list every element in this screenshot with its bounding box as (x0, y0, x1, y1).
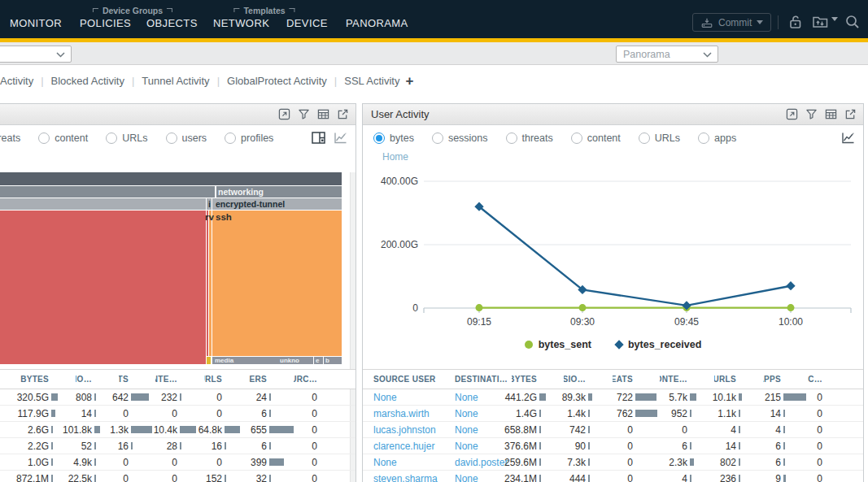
table-cell: None (363, 392, 455, 403)
radio-icon[interactable] (506, 132, 517, 144)
treemap-band-networking[interactable] (0, 186, 342, 198)
add-tab-button[interactable]: + (405, 76, 413, 87)
cell-link[interactable]: None (455, 424, 478, 436)
cell-value: 742 (569, 424, 586, 436)
export-widget-icon[interactable] (844, 108, 857, 120)
treemap-band-top[interactable] (0, 172, 342, 185)
tab-ssl-activity[interactable]: SSL Activity (344, 75, 399, 87)
filter-content[interactable]: content (571, 132, 621, 144)
application-treemap[interactable]: networking i encrypted-tunnel rv ssh med… (0, 172, 342, 364)
cell-link[interactable]: clarence.hujer (373, 441, 434, 452)
column-header[interactable]: URLS (204, 375, 249, 384)
cell-bar (131, 393, 149, 401)
tab-activity[interactable]: Activity (0, 75, 33, 87)
cell-link[interactable]: lucas.johnston (373, 424, 436, 436)
config-audit-folder-icon[interactable] (812, 14, 831, 33)
column-header[interactable]: BYTES (0, 375, 76, 384)
nav-device[interactable]: DEVICE (286, 17, 328, 29)
table-cell: 16 (204, 441, 249, 452)
filter-profiles[interactable]: profiles (225, 132, 273, 144)
column-header[interactable]: CONTE… (155, 375, 204, 384)
search-icon[interactable] (844, 14, 861, 33)
popout-icon[interactable] (786, 108, 798, 120)
column-header[interactable]: URLS (714, 375, 763, 384)
commit-button[interactable]: Commit (692, 13, 771, 32)
filter-apps[interactable]: apps (698, 132, 736, 144)
cell-bar-zone (320, 426, 344, 433)
column-header[interactable]: DESTINATI… (455, 375, 512, 384)
cell-link[interactable]: None (455, 408, 478, 419)
cell-bar (690, 442, 691, 449)
folder-caret-icon[interactable] (831, 21, 838, 36)
widget-select[interactable] (0, 46, 72, 63)
filter-users[interactable]: users (166, 132, 207, 144)
column-header[interactable]: THREATS (613, 375, 660, 384)
column-header[interactable]: SESSIO… (76, 375, 119, 384)
popout-icon[interactable] (278, 108, 290, 120)
treemap-cell[interactable] (0, 198, 206, 210)
radio-icon[interactable] (432, 132, 443, 144)
filter-icon[interactable] (298, 108, 310, 120)
tab-tunnel-activity[interactable]: Tunnel Activity (142, 75, 209, 87)
filter-threats[interactable]: threats (0, 132, 20, 144)
column-header[interactable]: USERS (249, 375, 294, 384)
filter-bytes[interactable]: bytes (373, 132, 414, 144)
unlock-icon[interactable] (787, 14, 804, 33)
commit-icon (700, 17, 713, 28)
treemap-cell-yellow[interactable] (207, 357, 211, 364)
radio-icon[interactable] (106, 132, 117, 144)
cell-link[interactable]: None (455, 441, 478, 452)
radio-icon[interactable] (373, 132, 385, 144)
filter-urls[interactable]: URLs (639, 132, 680, 144)
radio-icon[interactable] (38, 132, 50, 144)
cell-link[interactable]: steven.sharma (373, 473, 438, 482)
column-header[interactable]: SOURC… (808, 375, 849, 384)
column-header[interactable]: APPS (763, 375, 808, 384)
treemap-cell-red[interactable] (0, 211, 206, 364)
column-header[interactable]: SOURC… (294, 375, 344, 384)
filter-icon[interactable] (805, 108, 818, 120)
radio-icon[interactable] (225, 132, 236, 144)
radio-icon[interactable] (698, 132, 709, 144)
filter-urls[interactable]: URLs (106, 132, 147, 144)
export-widget-icon[interactable] (337, 108, 349, 120)
nav-policies[interactable]: POLICIES (80, 17, 131, 29)
radio-icon[interactable] (639, 132, 650, 144)
user-activity-chart[interactable]: 400.00G200.00G009:1509:3009:4510:00 (363, 161, 864, 341)
nav-objects[interactable]: OBJECTS (146, 17, 198, 29)
tab-blocked-activity[interactable]: Blocked Activity (51, 75, 124, 87)
filter-threats[interactable]: threats (506, 132, 553, 144)
table-view-icon[interactable] (317, 108, 329, 120)
cell-link[interactable]: marsha.wirth (373, 408, 430, 419)
column-header[interactable]: THREATS (119, 375, 155, 384)
cell-bar (690, 393, 696, 401)
radio-icon[interactable] (571, 132, 582, 144)
line-chart-view-icon[interactable] (841, 132, 855, 144)
cell-value: 5.7k (669, 392, 687, 403)
table-view-icon[interactable] (825, 108, 837, 120)
y-axis-label: 0 (412, 302, 418, 314)
column-header[interactable]: BYTES (512, 375, 564, 384)
radio-icon[interactable] (166, 132, 177, 144)
line-chart-view-icon[interactable] (334, 132, 347, 144)
column-header[interactable]: SESSIO… (564, 375, 613, 384)
treemap-cell-sliver[interactable] (209, 211, 212, 356)
data-source-select[interactable]: Panorama (616, 46, 718, 63)
cell-link[interactable]: david.poster (455, 457, 508, 468)
treemap-view-icon[interactable] (312, 132, 325, 144)
cell-link[interactable]: None (373, 457, 397, 468)
column-header[interactable]: SOURCE USER (363, 375, 455, 384)
cell-link[interactable]: None (455, 392, 478, 403)
column-header[interactable]: CONTE… (660, 375, 714, 384)
filter-sessions[interactable]: sessions (432, 132, 488, 144)
nav-panorama[interactable]: PANORAMA (346, 17, 408, 29)
cell-bar (588, 393, 592, 401)
filter-content[interactable]: content (38, 132, 88, 144)
nav-network[interactable]: NETWORK (213, 17, 269, 29)
nav-monitor[interactable]: MONITOR (10, 17, 62, 29)
treemap-cell-sliver[interactable] (207, 211, 208, 356)
cell-link[interactable]: None (373, 392, 397, 403)
tab-globalprotect-activity[interactable]: GlobalProtect Activity (227, 75, 327, 87)
treemap-cell-ssh[interactable] (212, 211, 342, 356)
cell-link[interactable]: None (455, 473, 478, 482)
